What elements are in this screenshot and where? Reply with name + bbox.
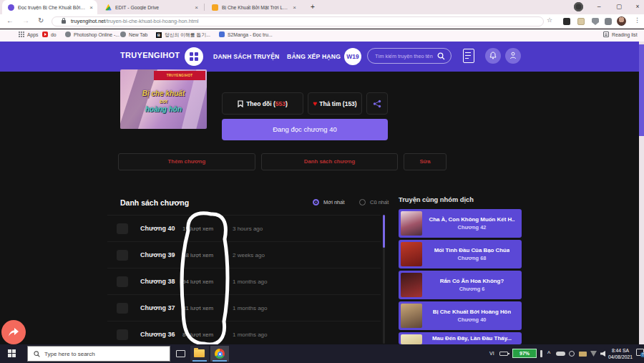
back-icon[interactable]: ← [6, 16, 14, 24]
chapter-row[interactable]: Chương 37 81 lượt xem 1 months ago [107, 295, 381, 321]
sync-icon[interactable] [569, 351, 575, 357]
recorder-icon[interactable] [574, 2, 583, 11]
extension-icon-dark[interactable] [563, 18, 570, 25]
browser-tab-strip: Đọc truyện Bị Che Khuất Bởi Ho... × EDIT… [0, 0, 644, 14]
chapter-name[interactable]: Chương 36 [140, 331, 175, 338]
bookmark-apps[interactable]: Apps [19, 32, 39, 37]
tab-other-story[interactable]: Bị Che Khuất Bởi Mặt Trời Lặn [T... × [206, 0, 301, 14]
chapter-row[interactable]: Chương 38 94 lượt xem 1 months ago [107, 268, 381, 295]
like-button[interactable]: ♥ Thả tim (153) [308, 92, 362, 115]
related-story-card[interactable]: Cha À, Con Không Muốn Kết H..Chương 42 [399, 209, 522, 238]
wifi-icon[interactable] [590, 351, 597, 357]
url-text[interactable]: truyengihot.net/truyen-bi-che-khuat-boi-… [71, 18, 198, 24]
window-minimize-button[interactable]: – [590, 0, 608, 14]
battery-percent-badge[interactable]: 97% [512, 349, 537, 358]
sort-newest-label[interactable]: Mới nhất [323, 199, 345, 205]
bookmark-youtube[interactable]: do [42, 32, 57, 37]
chrome-taskbar-button[interactable] [210, 346, 229, 362]
notification-bell-button[interactable] [485, 48, 501, 64]
bookmark-new-tab[interactable]: New Tab [120, 32, 147, 37]
bookmark-label: do [51, 32, 57, 37]
search-icon[interactable] [437, 52, 445, 60]
window-maximize-button[interactable]: ▢ [610, 0, 628, 14]
start-button[interactable] [8, 349, 16, 357]
share-button[interactable] [366, 92, 388, 115]
chapter-name[interactable]: Chương 39 [140, 251, 175, 258]
forward-icon[interactable]: → [22, 16, 29, 24]
window-close-button[interactable]: × [628, 0, 644, 14]
chapter-row[interactable]: Chương 39 68 lượt xem 2 weeks ago [107, 242, 381, 268]
home-grid-icon[interactable] [185, 47, 203, 66]
follow-button[interactable]: Theo dõi (553) [222, 92, 303, 115]
scrollbar-thumb[interactable] [383, 215, 385, 248]
tab-close-icon[interactable]: × [293, 4, 296, 11]
chapter-list-scrollbar[interactable] [383, 215, 385, 344]
edit-button[interactable]: Sửa [404, 153, 447, 170]
site-logo[interactable]: TRUYENGIHOT [120, 51, 180, 59]
language-indicator[interactable]: VI [489, 351, 494, 356]
library-icon[interactable] [463, 49, 474, 63]
notification-center-button[interactable]: 7 [636, 349, 644, 356]
chapter-row[interactable]: Chương 36 84 lượt xem 1 months ago [107, 321, 381, 344]
cloud-icon[interactable] [556, 352, 565, 356]
extension-icon-card[interactable] [577, 18, 585, 25]
shield-extension-icon[interactable] [592, 18, 599, 25]
like-label: Thả tim (153) [319, 100, 356, 107]
nav-story-list[interactable]: DANH SÁCH TRUYỆN [213, 53, 279, 60]
battery-icon[interactable] [499, 352, 508, 356]
page-scrollbar[interactable] [639, 42, 644, 344]
file-explorer-button[interactable] [190, 346, 209, 362]
tray-folder-icon[interactable] [579, 352, 587, 357]
tab-close-icon[interactable]: × [89, 4, 93, 11]
chapter-checkbox[interactable] [117, 223, 128, 234]
chapter-name[interactable]: Chương 37 [140, 304, 175, 311]
sort-oldest-label[interactable]: Cũ nhất [370, 199, 389, 205]
tab-google-drive[interactable]: EDIT - Google Drive × [99, 0, 203, 14]
bookmark-korean-site[interactable]: B 당신의 이해를 돕기... [156, 32, 210, 39]
nav-ranking[interactable]: BẢNG XẾP HẠNG [287, 53, 341, 60]
taskbar-search-input[interactable] [44, 351, 159, 357]
task-view-button[interactable] [172, 346, 190, 362]
chapter-checkbox[interactable] [117, 276, 128, 287]
bookmark-s2manga[interactable]: S2Manga - Đọc tru... [219, 32, 273, 37]
bookmark-star-icon[interactable]: ☆ [547, 16, 552, 24]
related-story-card[interactable]: Rắn Có Ăn Hoa Không?Chương 6 [399, 271, 522, 299]
bookmark-photoshop[interactable]: Photoshop Online -... [65, 32, 119, 37]
chapter-list-button[interactable]: Danh sách chương [261, 153, 398, 170]
site-search-box[interactable] [367, 48, 452, 64]
taskbar-clock[interactable]: 8:44 SA 04/08/2021 [605, 347, 636, 360]
scrollbar-thumb[interactable] [639, 44, 644, 136]
tab-current-story[interactable]: Đọc truyện Bị Che Khuất Bởi Ho... × [2, 0, 97, 14]
sort-oldest-radio[interactable] [359, 199, 366, 205]
story-thumbnail [401, 242, 422, 266]
story-cover-image[interactable]: TRUYENGIHOT Bị che khuất bởi hoàng hôn [120, 69, 207, 129]
taskbar-search-box[interactable] [27, 346, 170, 362]
related-story-card[interactable]: Mau Đến Đây, Lần Đầu Thấy... [399, 332, 522, 344]
add-chapter-button[interactable]: Thêm chương [118, 153, 255, 170]
chapter-checkbox[interactable] [117, 250, 128, 261]
reading-list-button[interactable]: Reading list [603, 32, 638, 37]
related-story-card[interactable]: Mối Tình Đầu Của Bạo ChúaChương 68 [399, 240, 522, 268]
globe-icon [65, 32, 71, 37]
chapter-name[interactable]: Chương 38 [140, 278, 175, 285]
puzzle-extensions-icon[interactable] [605, 18, 612, 25]
chapter-checkbox[interactable] [117, 329, 128, 340]
user-account-button[interactable] [505, 48, 521, 64]
manga-site-favicon [212, 4, 218, 11]
profile-avatar[interactable] [617, 16, 626, 26]
related-story-card[interactable]: Bị Che Khuất Bởi Hoàng HônChương 40 [399, 301, 522, 330]
reload-icon[interactable]: ↻ [38, 16, 44, 24]
tray-expand-chevron[interactable]: ^ [547, 350, 550, 357]
site-search-input[interactable] [375, 49, 436, 63]
chapter-checkbox[interactable] [117, 303, 128, 314]
menu-dots-icon[interactable]: ⋮ [634, 16, 640, 24]
chapter-row[interactable]: Chương 40 19 lượt xem 3 hours ago [107, 216, 381, 242]
new-tab-button[interactable]: + [306, 0, 319, 14]
tab-close-icon[interactable]: × [195, 4, 198, 11]
pen-icon[interactable] [540, 350, 542, 357]
sort-newest-radio[interactable] [313, 199, 319, 205]
level-badge[interactable]: W19 [344, 48, 361, 65]
floating-share-button[interactable] [1, 320, 26, 344]
continue-reading-button[interactable]: Đang đọc chương 40 [222, 119, 388, 140]
chapter-name[interactable]: Chương 40 [140, 225, 175, 232]
